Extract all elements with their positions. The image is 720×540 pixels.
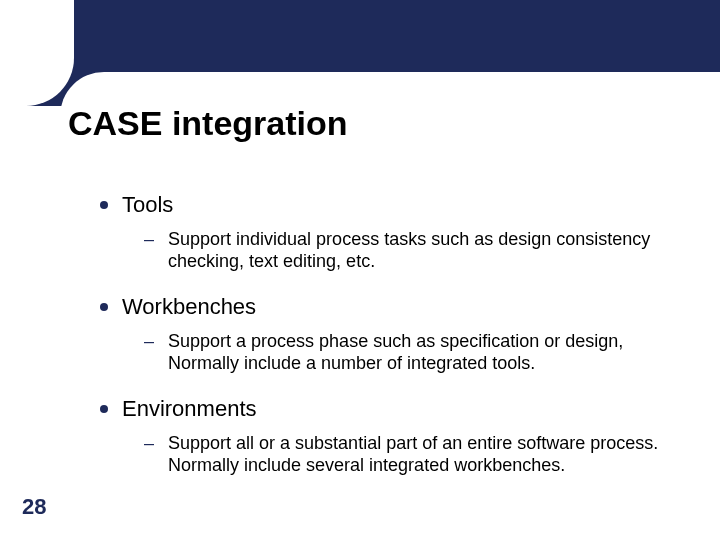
dash-icon: – (144, 330, 154, 352)
sub-bullet-item: – Support a process phase such as specif… (144, 330, 680, 374)
sub-bullet-item: – Support all or a substantial part of a… (144, 432, 680, 476)
bullet-label: Environments (122, 396, 257, 422)
bullet-label: Workbenches (122, 294, 256, 320)
bullet-item: Workbenches – Support a process phase su… (100, 294, 680, 374)
slide: CASE integration Tools – Support individ… (0, 0, 720, 540)
page-number: 28 (22, 494, 46, 520)
sub-bullet-text: Support individual process tasks such as… (168, 228, 680, 272)
sub-bullet-text: Support all or a substantial part of an … (168, 432, 680, 476)
dash-icon: – (144, 432, 154, 454)
content-area: Tools – Support individual process tasks… (100, 192, 680, 498)
sub-bullet-text: Support a process phase such as specific… (168, 330, 680, 374)
bullet-disc-icon (100, 405, 108, 413)
sub-bullet-item: – Support individual process tasks such … (144, 228, 680, 272)
dash-icon: – (144, 228, 154, 250)
bullet-disc-icon (100, 201, 108, 209)
slide-title: CASE integration (68, 104, 348, 143)
bullet-item: Tools – Support individual process tasks… (100, 192, 680, 272)
bullet-disc-icon (100, 303, 108, 311)
bullet-label: Tools (122, 192, 173, 218)
bullet-item: Environments – Support all or a substant… (100, 396, 680, 476)
